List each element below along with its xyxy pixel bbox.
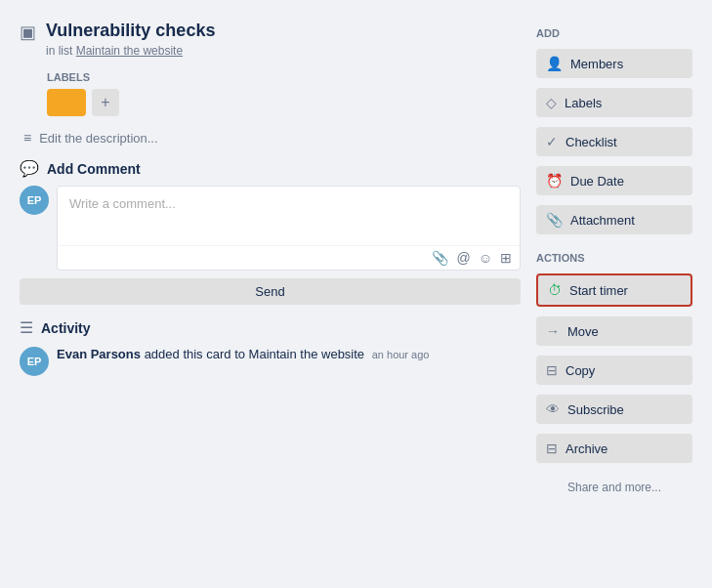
mention-icon[interactable]: @ bbox=[456, 250, 470, 266]
modal-card: ▣ Vulnerability checks in list Maintain … bbox=[0, 0, 712, 588]
description-section: ≡ Edit the description... bbox=[23, 130, 521, 146]
comment-section-title: Add Comment bbox=[47, 161, 141, 177]
labels-row: + bbox=[47, 89, 521, 116]
copy-label: Copy bbox=[565, 363, 595, 378]
format-icon[interactable]: ⊞ bbox=[500, 250, 512, 266]
activity-action: added this card to Maintain the website bbox=[145, 347, 364, 361]
description-icon: ≡ bbox=[23, 130, 31, 146]
checklist-label: Checklist bbox=[565, 135, 617, 149]
due-date-icon: ⏰ bbox=[546, 173, 563, 189]
card-title: Vulnerability checks bbox=[46, 20, 215, 42]
due-date-label: Due Date bbox=[570, 174, 624, 189]
archive-button[interactable]: ⊟ Archive bbox=[536, 434, 692, 463]
comment-row: EP 📎 @ ☺ ⊞ bbox=[20, 186, 521, 271]
checklist-button[interactable]: ✓ Checklist bbox=[536, 127, 692, 156]
emoji-icon[interactable]: ☺ bbox=[479, 250, 492, 266]
members-label: Members bbox=[570, 57, 623, 71]
checklist-icon: ✓ bbox=[546, 134, 558, 149]
labels-section: Labels + bbox=[47, 71, 521, 116]
start-timer-icon: ⏱ bbox=[548, 282, 562, 298]
subscribe-button[interactable]: 👁 Subscribe bbox=[536, 395, 692, 424]
attach-icon[interactable]: 📎 bbox=[432, 250, 448, 266]
share-more-link[interactable]: Share and more... bbox=[536, 481, 692, 494]
attachment-icon: 📎 bbox=[546, 212, 563, 228]
labels-label: Labels bbox=[565, 96, 602, 110]
activity-section: ☰ Activity EP Evan Parsons added this ca… bbox=[20, 318, 521, 376]
activity-time: an hour ago bbox=[372, 349, 430, 360]
comment-box: 📎 @ ☺ ⊞ bbox=[57, 186, 521, 271]
send-button[interactable]: Send bbox=[20, 278, 521, 305]
activity-item: EP Evan Parsons added this card to Maint… bbox=[20, 347, 521, 376]
activity-user: Evan Parsons bbox=[57, 347, 141, 361]
move-button[interactable]: → Move bbox=[536, 316, 692, 346]
activity-header: ☰ Activity bbox=[20, 318, 521, 337]
attachment-label: Attachment bbox=[570, 213, 635, 228]
comment-header: 💬 Add Comment bbox=[20, 159, 521, 178]
copy-button[interactable]: ⊟ Copy bbox=[536, 356, 692, 385]
comment-textarea[interactable] bbox=[58, 187, 520, 245]
sidebar: Add 👤 Members ◇ Labels ✓ Checklist ⏰ Due… bbox=[536, 20, 692, 568]
members-button[interactable]: 👤 Members bbox=[536, 49, 692, 78]
card-header: Vulnerability checks in list Maintain th… bbox=[46, 20, 215, 58]
move-label: Move bbox=[567, 324, 599, 339]
labels-title: Labels bbox=[47, 71, 521, 83]
list-link[interactable]: Maintain the website bbox=[76, 44, 183, 58]
avatar: EP bbox=[20, 186, 49, 215]
activity-text: Evan Parsons added this card to Maintain… bbox=[57, 347, 429, 361]
add-label-button[interactable]: + bbox=[92, 89, 119, 116]
copy-icon: ⊟ bbox=[546, 362, 558, 378]
start-timer-button[interactable]: ⏱ Start timer bbox=[536, 273, 692, 307]
card-list-info: in list Maintain the website bbox=[46, 44, 215, 58]
comment-icon: 💬 bbox=[20, 159, 39, 178]
comment-toolbar: 📎 @ ☺ ⊞ bbox=[58, 245, 520, 270]
subscribe-label: Subscribe bbox=[567, 402, 624, 417]
archive-icon: ⊟ bbox=[546, 441, 558, 456]
labels-icon: ◇ bbox=[546, 95, 557, 110]
actions-section-title: Actions bbox=[536, 252, 692, 264]
main-content: ▣ Vulnerability checks in list Maintain … bbox=[20, 20, 521, 568]
move-icon: → bbox=[546, 323, 560, 339]
add-comment-section: 💬 Add Comment EP 📎 @ ☺ ⊞ Send bbox=[20, 159, 521, 305]
card-title-section: ▣ Vulnerability checks in list Maintain … bbox=[20, 20, 521, 58]
labels-button[interactable]: ◇ Labels bbox=[536, 88, 692, 117]
attachment-button[interactable]: 📎 Attachment bbox=[536, 205, 692, 234]
archive-label: Archive bbox=[565, 441, 607, 456]
edit-description-link[interactable]: Edit the description... bbox=[39, 131, 157, 146]
activity-avatar: EP bbox=[20, 347, 49, 376]
add-section-title: Add bbox=[536, 27, 692, 39]
label-yellow[interactable] bbox=[47, 89, 86, 116]
activity-title: Activity bbox=[41, 320, 91, 336]
members-icon: 👤 bbox=[546, 56, 563, 71]
activity-icon: ☰ bbox=[20, 318, 33, 337]
card-icon: ▣ bbox=[20, 21, 36, 43]
due-date-button[interactable]: ⏰ Due Date bbox=[536, 166, 692, 195]
subscribe-icon: 👁 bbox=[546, 401, 560, 417]
start-timer-label: Start timer bbox=[569, 283, 628, 298]
